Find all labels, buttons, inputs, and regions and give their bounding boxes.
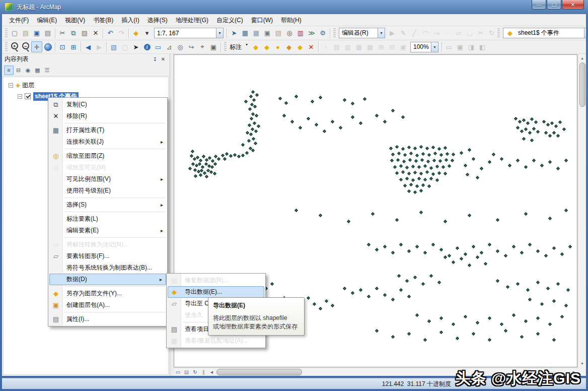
menubar-item[interactable]: 视图(V)	[61, 15, 89, 25]
toolbar-grip[interactable]	[224, 42, 227, 52]
edit-tool-icon[interactable]: ➤	[229, 28, 240, 39]
measure-icon[interactable]: ⊿	[164, 41, 175, 52]
zoom-in-icon[interactable]: +	[9, 41, 20, 52]
toolbar-grip[interactable]	[333, 28, 336, 38]
extent-rectangles-icon[interactable]: ▦	[353, 41, 364, 52]
magnifier-window-icon[interactable]: ▤	[331, 41, 342, 52]
edit-vertices-icon[interactable]: ▱	[453, 28, 464, 39]
pause-labels-icon[interactable]: ◆	[295, 41, 306, 52]
menubar-item[interactable]: 地理处理(G)	[172, 15, 212, 25]
search-icon[interactable]: ◎	[284, 28, 295, 39]
menu-item[interactable]: ◎缩放至图层(Z)	[48, 150, 167, 162]
menu-item[interactable]: 连接和关联(J)▸	[48, 136, 167, 148]
menu-item[interactable]: ▱要素转图形(F)...	[48, 250, 167, 262]
label-menu[interactable]: 标注	[230, 43, 242, 51]
list-by-drawing-order-icon[interactable]: ≡	[4, 66, 14, 75]
label-weight-icon[interactable]: ●	[272, 41, 283, 52]
print-icon[interactable]: ▤	[42, 28, 53, 39]
fixed-zoom-out-icon[interactable]: ⊞	[68, 41, 79, 52]
label-priority-icon[interactable]: ◆	[261, 41, 272, 52]
point-sketch-icon[interactable]: ∙	[442, 28, 453, 39]
menu-item[interactable]: ✕移除(R)	[48, 110, 167, 122]
copy-icon[interactable]: ⧉	[68, 28, 79, 39]
menu-item[interactable]: ▤属性(I)...	[48, 313, 167, 325]
lock-labels-icon[interactable]: ◆	[283, 41, 295, 52]
catalog-icon[interactable]: ▤	[273, 28, 284, 39]
close-panel-icon[interactable]: ✕	[159, 55, 167, 63]
menu-item[interactable]: ⧉复制(C)	[48, 99, 167, 110]
toolbar-grip[interactable]	[5, 28, 8, 38]
arc-segment-icon[interactable]: ◠	[420, 28, 431, 39]
label-manager-icon[interactable]: ◆	[250, 41, 261, 52]
list-by-selection-icon[interactable]: ▦	[33, 66, 42, 75]
back-extent-icon[interactable]: ◀	[83, 41, 94, 52]
chevron-down-icon[interactable]: ▾	[431, 42, 438, 52]
scroll-up-icon[interactable]: ▲	[578, 54, 586, 62]
menubar-item[interactable]: 插入(I)	[117, 15, 143, 25]
overview-window-icon[interactable]: ▫	[320, 41, 331, 52]
menubar-item[interactable]: 选择(S)	[143, 15, 172, 25]
menu-item[interactable]: ▣创建图层包(A)...	[48, 299, 167, 311]
zoom-percent-combo[interactable]: 100% ▾	[410, 42, 438, 52]
full-extent-icon[interactable]	[42, 41, 53, 52]
select-elements-icon[interactable]: ➤	[130, 41, 141, 52]
pin-icon[interactable]: ↧	[151, 55, 159, 63]
pan-icon[interactable]: ✛	[31, 41, 42, 52]
add-data-icon[interactable]: ◆	[130, 28, 141, 39]
data-view-icon[interactable]: ▭	[174, 369, 182, 376]
new-document-icon[interactable]: ▢	[9, 28, 20, 39]
select-features-icon[interactable]: ▧	[108, 41, 119, 52]
toolbar-grip[interactable]	[497, 28, 500, 38]
grid-icon[interactable]: ▩	[364, 41, 376, 52]
clear-selection-icon[interactable]: ▢	[119, 41, 130, 52]
reshape-icon[interactable]: ◡	[464, 28, 475, 39]
find-route-icon[interactable]: ↪	[186, 41, 197, 52]
list-by-source-icon[interactable]: ⊟	[14, 66, 23, 75]
html-popup-icon[interactable]: ▭	[153, 41, 164, 52]
go-to-xy-icon[interactable]: ⌖	[197, 41, 208, 52]
viewer-window-icon[interactable]: ▣	[208, 41, 219, 52]
list-by-visibility-icon[interactable]: ◉	[23, 66, 33, 75]
menubar-item[interactable]: 文件(F)	[5, 15, 33, 25]
find-icon[interactable]: ◎	[175, 41, 186, 52]
chevron-down-icon[interactable]: ▾	[216, 28, 223, 38]
menu-item[interactable]: 将符号系统转换为制图表达(B)...	[48, 262, 167, 274]
layout-view-icon[interactable]: ▤	[182, 369, 191, 376]
collapse-icon[interactable]: −	[18, 94, 22, 99]
point-layer-icon[interactable]: ◆	[504, 28, 516, 39]
maximize-button[interactable]: ▢	[547, 0, 561, 10]
scale-combo[interactable]: 1:7, 167 ▾	[154, 28, 224, 38]
scroll-left-icon[interactable]: ◀	[208, 368, 215, 376]
forward-extent-icon[interactable]: ▶	[94, 41, 105, 52]
menubar-item[interactable]: 书签(B)	[89, 15, 117, 25]
collapse-icon[interactable]: −	[9, 83, 13, 88]
vertical-scrollbar[interactable]: ▲ ▼	[578, 54, 586, 367]
fixed-zoom-in-icon[interactable]: ⊡	[57, 41, 68, 52]
menubar-item[interactable]: 帮助(H)	[277, 15, 306, 25]
chevron-down-icon[interactable]: ▾	[584, 28, 586, 38]
scroll-thumb[interactable]	[579, 62, 585, 107]
title-bar[interactable]: 无标题 - ArcMap — ▢ ✕	[0, 0, 588, 14]
zoom-out-icon[interactable]: −	[20, 41, 31, 52]
layer-combo[interactable]: ◆ sheet1$ 个事件 ▾	[503, 28, 586, 38]
paste-icon[interactable]: ▨	[79, 28, 90, 39]
clear-labels-icon[interactable]: ✕	[306, 41, 317, 52]
pause-drawing-icon[interactable]: ∥	[199, 369, 208, 376]
toc-root-label[interactable]: 图层	[22, 81, 34, 90]
data-frame-icon[interactable]: ▣	[262, 28, 273, 39]
cut-icon[interactable]: ✂	[57, 28, 68, 39]
viewer-list-icon[interactable]: ▥	[342, 41, 353, 52]
toc-options-icon[interactable]: ☰	[42, 66, 52, 75]
zoom-window-icon[interactable]: ▣	[455, 41, 466, 52]
trace-icon[interactable]: ↝	[431, 28, 442, 39]
scroll-thumb[interactable]	[216, 369, 302, 375]
menu-item[interactable]: ◆另存为图层文件(Y)...	[48, 288, 167, 299]
north-arrow-icon[interactable]: ▣	[398, 41, 409, 52]
straight-segment-icon[interactable]: ╱	[409, 28, 420, 39]
layer-checkbox[interactable]	[25, 93, 31, 99]
add-data-dropdown-icon[interactable]: ▾	[141, 28, 153, 39]
menu-item[interactable]: 编辑要素(E)▸	[48, 225, 167, 236]
rotate-icon[interactable]: ↻	[486, 28, 497, 39]
identify-icon[interactable]	[141, 41, 153, 52]
menu-item[interactable]: ◆导出数据(E)...	[168, 286, 264, 298]
